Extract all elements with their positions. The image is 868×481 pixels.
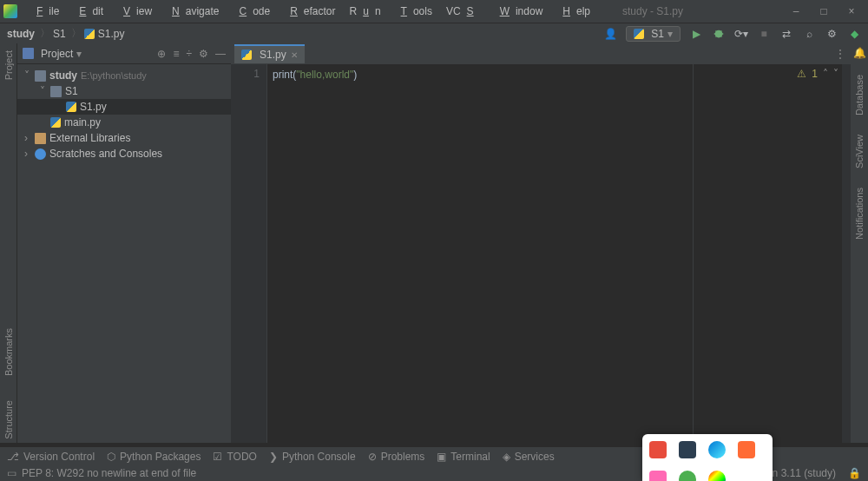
editor-tabs: S1.py ✕ ⋮ (231, 43, 851, 64)
python-file-icon (84, 29, 95, 39)
hide-icon[interactable]: — (215, 48, 226, 60)
folder-icon (35, 70, 46, 82)
terminal-tool-button[interactable]: ▣Terminal (437, 451, 490, 463)
dropdown-icon[interactable]: ▾ (76, 48, 82, 60)
checklist-icon: ☑ (213, 451, 222, 463)
window-minimize-icon[interactable]: – (790, 5, 802, 17)
run-button[interactable]: ▶ (689, 27, 703, 41)
warning-icon: ⚠ (797, 68, 806, 80)
tree-root[interactable]: ˅ study E:\python\study (17, 68, 231, 83)
app-icon[interactable] (708, 441, 726, 458)
notifications-icon[interactable]: 🔔 (853, 47, 866, 59)
app-icon[interactable] (649, 471, 667, 481)
gutter[interactable]: 1 (231, 64, 267, 443)
right-tool-rail: 🔔 Database SciView Notifications (851, 43, 868, 443)
navigation-bar: study 〉 S1 〉 S1.py 👤 S1 ▾ ▶ ⟳▾ ■ ⇄ ⌕ ⚙ ◆ (0, 23, 868, 43)
project-tool-button[interactable]: Project (3, 47, 14, 83)
terminal-icon: ▣ (437, 451, 446, 463)
translate-icon[interactable]: ⇄ (779, 27, 793, 41)
services-tool-button[interactable]: ◈Services (503, 451, 555, 463)
tab-options-icon[interactable]: ⋮ (835, 48, 851, 60)
menu-code[interactable]: Code (227, 3, 276, 20)
version-control-tool-button[interactable]: ⎇Version Control (7, 451, 95, 463)
services-icon: ◈ (503, 451, 510, 463)
menu-file[interactable]: FFileile (24, 3, 65, 20)
menu-tools[interactable]: Tools (389, 3, 438, 20)
python-file-icon (50, 117, 61, 128)
chevron-right-icon[interactable]: › (24, 132, 35, 144)
close-tab-icon[interactable]: ✕ (291, 50, 298, 60)
branch-icon: ⎇ (7, 451, 19, 463)
python-file-icon (66, 102, 76, 112)
user-icon[interactable]: 👤 (603, 27, 617, 41)
expand-all-icon[interactable]: ≡ (173, 48, 179, 60)
breadcrumb-project[interactable]: study (7, 28, 35, 40)
code-string: "hello,world" (296, 69, 353, 81)
bookmarks-tool-button[interactable]: Bookmarks (3, 325, 14, 379)
tree-scratches[interactable]: › Scratches and Consoles (17, 146, 231, 161)
code-editor[interactable]: 1 print("hello,world") ⚠ 1 ˄ ˅ (231, 64, 851, 443)
menu-refactor[interactable]: Refactor (278, 3, 341, 20)
sciview-tool-button[interactable]: SciView (854, 131, 865, 172)
app-icon[interactable] (649, 441, 667, 458)
chevron-down-icon[interactable]: ˅ (833, 68, 838, 80)
run-config-label: S1 (651, 28, 664, 40)
settings-button[interactable]: ⚙ (825, 27, 838, 41)
run-with-coverage-button[interactable]: ⟳▾ (734, 27, 748, 41)
menu-vcs[interactable]: VCS (440, 3, 486, 20)
package-icon: ⬡ (107, 451, 115, 463)
window-maximize-icon[interactable]: □ (818, 5, 830, 17)
search-everywhere-button[interactable]: ⌕ (802, 27, 816, 41)
menu-help[interactable]: Help (550, 3, 596, 20)
window-close-icon[interactable]: × (845, 5, 858, 17)
menu-window[interactable]: Window (488, 3, 549, 20)
chevron-down-icon[interactable]: ˅ (24, 69, 35, 82)
menu-run[interactable]: Run (344, 3, 387, 20)
collapse-all-icon[interactable]: ÷ (186, 48, 192, 60)
code-identifier: print (273, 69, 293, 81)
lock-icon[interactable]: 🔒 (848, 467, 861, 479)
app-icon[interactable] (738, 441, 755, 458)
breadcrumb-file[interactable]: S1.py (98, 28, 125, 40)
project-panel-title[interactable]: Project (41, 48, 73, 60)
app-icon[interactable] (679, 441, 696, 458)
chevron-right-icon[interactable]: › (24, 148, 35, 160)
chevron-down-icon[interactable]: ˅ (40, 85, 50, 97)
app-icon[interactable] (708, 471, 726, 481)
menu-view[interactable]: View (111, 3, 158, 20)
stop-button[interactable]: ■ (757, 27, 771, 41)
debug-button[interactable] (712, 27, 726, 41)
breadcrumb-sep-icon: 〉 (40, 26, 50, 41)
select-opened-file-icon[interactable]: ⊕ (157, 48, 166, 60)
pycharm-logo-icon (3, 4, 17, 18)
status-icon[interactable]: ▭ (7, 467, 16, 479)
problems-tool-button[interactable]: ⊘Problems (368, 451, 425, 463)
python-console-tool-button[interactable]: ❯Python Console (269, 451, 356, 463)
tree-file[interactable]: S1.py (17, 99, 231, 115)
todo-tool-button[interactable]: ☑TODO (213, 451, 256, 463)
taskbar-popup[interactable] (642, 434, 773, 481)
tree-external-libs[interactable]: › External Libraries (17, 130, 231, 146)
menu-navigate[interactable]: Navigate (160, 3, 225, 20)
settings-icon[interactable]: ⚙ (199, 48, 208, 60)
menu-edit[interactable]: Edit (67, 3, 109, 20)
app-icon[interactable] (679, 471, 696, 481)
breadcrumb-sep-icon: 〉 (71, 26, 82, 41)
tree-file[interactable]: main.py (17, 115, 231, 130)
breadcrumb-folder[interactable]: S1 (53, 28, 66, 40)
structure-tool-button[interactable]: Structure (3, 397, 14, 443)
project-tree[interactable]: ˅ study E:\python\study ˅ S1 S1.py main.… (17, 64, 231, 443)
inspection-indicator[interactable]: ⚠ 1 ˄ ˅ (797, 68, 838, 80)
library-icon (35, 133, 46, 144)
run-configuration-selector[interactable]: S1 ▾ (626, 26, 681, 42)
database-tool-button[interactable]: Database (854, 71, 865, 119)
tree-folder[interactable]: ˅ S1 (17, 83, 231, 99)
notifications-tool-button[interactable]: Notifications (854, 184, 865, 243)
warning-icon: ⊘ (368, 451, 377, 463)
error-stripe[interactable] (842, 64, 851, 443)
right-margin-line (693, 64, 694, 443)
editor-tab[interactable]: S1.py ✕ (234, 44, 305, 63)
chevron-up-icon[interactable]: ˄ (823, 68, 828, 80)
python-packages-tool-button[interactable]: ⬡Python Packages (107, 451, 201, 463)
ide-scripting-button[interactable]: ◆ (847, 27, 861, 41)
